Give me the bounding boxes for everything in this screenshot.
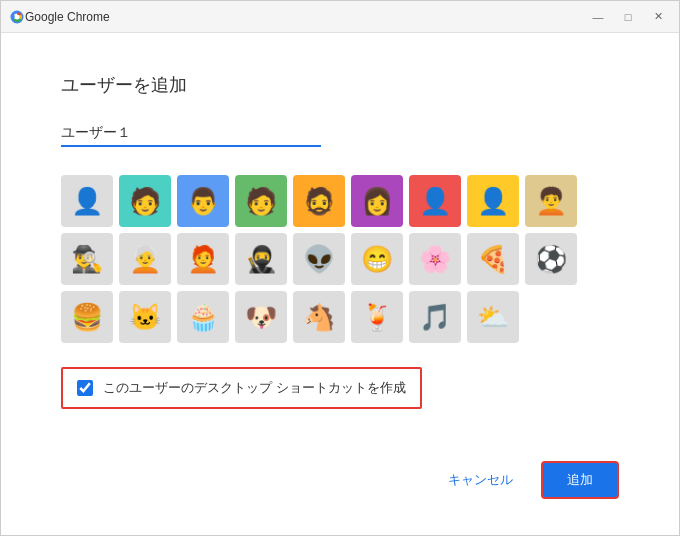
avatar-item[interactable]: 🥷 [235, 233, 287, 285]
avatar-item[interactable]: 🧁 [177, 291, 229, 343]
cancel-button[interactable]: キャンセル [428, 461, 533, 499]
avatar-item[interactable]: 🍔 [61, 291, 113, 343]
shortcut-checkbox-row: このユーザーのデスクトップ ショートカットを作成 [61, 367, 422, 409]
avatar-item[interactable]: 🐶 [235, 291, 287, 343]
avatar-item[interactable]: 👤 [409, 175, 461, 227]
avatar-item[interactable]: 🧑 [119, 175, 171, 227]
avatar-item[interactable]: 🎵 [409, 291, 461, 343]
avatar-item[interactable]: 👽 [293, 233, 345, 285]
shortcut-label[interactable]: このユーザーのデスクトップ ショートカットを作成 [103, 379, 406, 397]
avatar-item[interactable]: 🧑‍🦳 [119, 233, 171, 285]
minimize-button[interactable]: — [585, 7, 611, 27]
avatar-item[interactable]: 👩 [351, 175, 403, 227]
avatar-item[interactable]: 🧑‍🦱 [525, 175, 577, 227]
avatar-item[interactable]: 🧑 [235, 175, 287, 227]
avatar-grid: 👤🧑👨🧑🧔👩👤👤🧑‍🦱🕵️‍♂️🧑‍🦳🧑‍🦰🥷👽😁🌸🍕⚽🍔🐱🧁🐶🐴🍹🎵⛅ [61, 175, 619, 343]
avatar-item[interactable]: 🌸 [409, 233, 461, 285]
avatar-item[interactable]: 👨 [177, 175, 229, 227]
titlebar-controls: — □ ✕ [585, 7, 671, 27]
window-title: Google Chrome [25, 10, 585, 24]
chrome-logo-icon [9, 9, 25, 25]
svg-point-1 [15, 14, 20, 19]
avatar-item[interactable]: 🐱 [119, 291, 171, 343]
avatar-item[interactable]: 🍹 [351, 291, 403, 343]
username-input[interactable] [61, 121, 321, 147]
avatar-item[interactable]: ⛅ [467, 291, 519, 343]
avatar-item[interactable]: 🕵️‍♂️ [61, 233, 113, 285]
avatar-item[interactable]: 🧔 [293, 175, 345, 227]
dialog-content: ユーザーを追加 👤🧑👨🧑🧔👩👤👤🧑‍🦱🕵️‍♂️🧑‍🦳🧑‍🦰🥷👽😁🌸🍕⚽🍔🐱🧁🐶… [1, 33, 679, 535]
footer-buttons: キャンセル 追加 [61, 461, 619, 515]
window: Google Chrome — □ ✕ ユーザーを追加 👤🧑👨🧑🧔👩👤👤🧑‍🦱🕵… [0, 0, 680, 536]
dialog-title: ユーザーを追加 [61, 73, 619, 97]
titlebar: Google Chrome — □ ✕ [1, 1, 679, 33]
close-button[interactable]: ✕ [645, 7, 671, 27]
avatar-item[interactable]: 🍕 [467, 233, 519, 285]
avatar-item[interactable]: 👤 [467, 175, 519, 227]
avatar-item[interactable]: 😁 [351, 233, 403, 285]
avatar-item[interactable]: 🐴 [293, 291, 345, 343]
avatar-item[interactable]: 🧑‍🦰 [177, 233, 229, 285]
shortcut-checkbox[interactable] [77, 380, 93, 396]
maximize-button[interactable]: □ [615, 7, 641, 27]
add-button[interactable]: 追加 [541, 461, 619, 499]
avatar-item[interactable]: 👤 [61, 175, 113, 227]
avatar-item[interactable]: ⚽ [525, 233, 577, 285]
